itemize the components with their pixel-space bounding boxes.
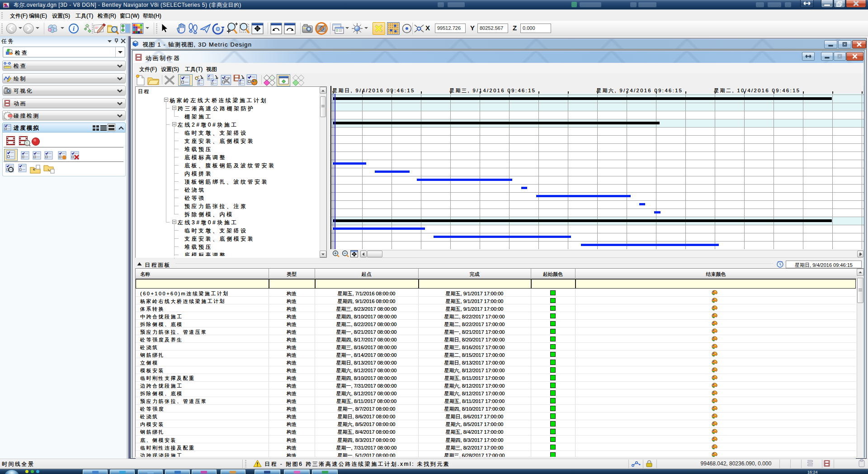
svg-text:i: i — [73, 25, 75, 32]
